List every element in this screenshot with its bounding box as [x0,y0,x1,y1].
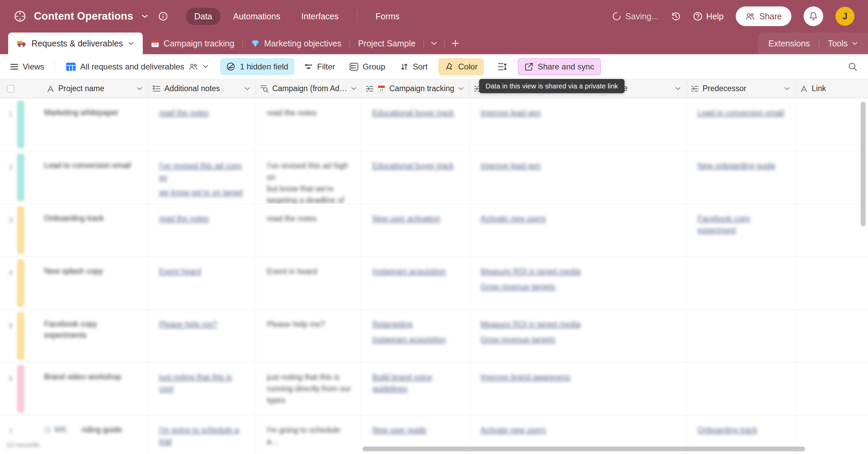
cell-additional-notes[interactable]: just noting that this is cool [148,363,256,415]
cell-obscured-column[interactable]: Improve lead gen [470,151,687,204]
column-header-project-name[interactable]: Project name [0,79,148,98]
column-header-predecessor[interactable]: Predecessor [687,79,796,98]
cell-obscured-column[interactable]: Improve lead gen [470,98,687,151]
tab-campaign-tracking[interactable]: 17 Campaign tracking [143,33,242,54]
share-and-sync-button[interactable]: Share and sync [518,58,601,75]
tab-project-sample[interactable]: Project Sample [350,33,424,54]
avatar[interactable]: J [835,7,854,26]
table-row[interactable]: 4 New splash copy Event heard Event in h… [0,257,868,310]
tab-requests-deliverables[interactable]: Requests & deliverables [8,33,143,54]
tab-marketing-objectives[interactable]: Marketing objectives [243,33,350,54]
sort-button[interactable]: Sort [400,62,428,71]
cell-link[interactable] [796,151,868,204]
color-button[interactable]: Color [438,58,484,75]
cell-additional-notes[interactable]: I've revised this ad copy sowe know we'r… [148,151,256,204]
cell-predecessor[interactable] [687,257,796,309]
cell-additional-notes[interactable]: read the notes [148,98,256,151]
filter-button[interactable]: Filter [304,62,335,71]
text-field-icon [46,85,55,92]
cell-additional-notes[interactable]: I'm going to schedule a trial [148,415,256,454]
extensions-button[interactable]: Extensions [768,39,810,48]
chevron-down-icon[interactable] [351,87,357,91]
cell-project-name[interactable]: 1 Marketing whitepaper [0,98,148,151]
chevron-down-icon[interactable] [675,87,681,91]
nav-item-forms[interactable]: Forms [368,8,408,25]
cell-campaign-from[interactable]: I'm going to schedule a… [256,415,361,454]
cell-link[interactable] [796,257,868,309]
cell-campaign-from[interactable]: read the notes [256,98,361,151]
cell-additional-notes[interactable]: read the notes [148,204,256,256]
column-header-campaign-from[interactable]: Campaign (from Ad… [256,79,361,98]
tools-button[interactable]: Tools [828,39,858,48]
search-button[interactable] [848,62,858,72]
chevron-down-icon[interactable] [458,87,464,91]
column-header-campaign-tracking[interactable]: 17 Campaign tracking [361,79,470,98]
info-icon[interactable] [158,12,168,21]
table-row[interactable]: 6 Brand video workshop just noting that … [0,363,868,415]
cell-campaign-tracking[interactable]: Educational buyer track [361,151,470,204]
help-button[interactable]: Help [693,12,724,21]
chevron-down-icon[interactable] [141,14,148,19]
cell-link[interactable] [796,98,868,151]
add-table-button[interactable] [445,33,466,54]
cell-additional-notes[interactable]: Please help me? [148,310,256,362]
cell-project-name[interactable]: 3 Onboarding track [0,204,148,256]
hidden-fields-button[interactable]: 1 hidden field [220,58,294,75]
cell-predecessor[interactable] [687,310,796,362]
horizontal-scrollbar[interactable] [362,447,805,451]
nav-item-automations[interactable]: Automations [225,8,289,25]
select-all-checkbox[interactable] [7,85,14,92]
cell-campaign-from[interactable]: Please help me? [256,310,361,362]
column-header-additional-notes[interactable]: Additional notes [148,79,256,98]
cell-campaign-tracking[interactable]: RetargetingInstagram acquisition [361,310,470,362]
view-switcher[interactable]: All requests and deliverables [66,62,209,71]
cell-obscured-column[interactable]: Improve brand awareness [470,363,687,415]
cell-additional-notes[interactable]: Event heard [148,257,256,309]
notifications-button[interactable] [804,6,823,26]
cell-project-name[interactable]: 5 Facebook copyexperiments [0,310,148,362]
cell-predecessor[interactable]: Lead to conversion email [687,98,796,151]
cell-obscured-column[interactable]: Measure ROI in target mediaGrow revenue … [470,310,687,362]
cell-project-name[interactable]: 2 Lead to conversion email [0,151,148,204]
column-header-link[interactable]: Link [796,79,868,98]
project-name-text: New splash copy [44,266,103,277]
chevron-down-icon[interactable] [784,87,790,91]
cell-predecessor[interactable]: Facebook copy experiment [687,204,796,256]
nav-item-data[interactable]: Data [186,8,220,25]
chevron-down-icon[interactable] [128,41,134,45]
cell-link[interactable] [796,415,868,454]
group-button[interactable]: Group [350,62,386,71]
cell-campaign-from[interactable]: I've revised this ad high onbut know tha… [256,151,361,204]
cell-project-name[interactable]: 6 Brand video workshop [0,363,148,415]
cell-campaign-from[interactable]: Event in heard [256,257,361,309]
cell-campaign-tracking[interactable]: New user activation [361,204,470,256]
cell-campaign-tracking[interactable]: Instagram acquisition [361,257,470,309]
nav-item-interfaces[interactable]: Interfaces [293,8,347,25]
table-row[interactable]: 1 Marketing whitepaper read the notes re… [0,98,868,151]
cell-campaign-tracking[interactable]: Educational buyer track [361,98,470,151]
table-row[interactable]: 5 Facebook copyexperiments Please help m… [0,310,868,363]
chevron-down-icon[interactable] [137,87,142,91]
cell-predecessor[interactable]: New onboarding guide [687,151,796,204]
cell-link[interactable] [796,310,868,362]
workspace-brand[interactable]: Content Operations [14,10,168,23]
cell-link[interactable] [796,204,868,256]
row-height-button[interactable] [497,62,507,71]
table-row[interactable]: 2 Lead to conversion email I've revised … [0,151,868,204]
cell-project-name[interactable]: 4 New splash copy [0,257,148,309]
cell-obscured-column[interactable]: Measure ROI in target mediaGrow revenue … [470,257,687,309]
cell-obscured-column[interactable]: Activate new users [470,204,687,256]
tab-list-chevron[interactable] [424,33,444,54]
vertical-scrollbar[interactable] [861,102,866,226]
cell-campaign-from[interactable]: read the notes [256,204,361,256]
share-button[interactable]: Share [736,6,791,26]
table-row[interactable]: 3 Onboarding track read the notes read t… [0,204,868,257]
views-button[interactable]: Views [10,62,44,71]
chevron-down-icon[interactable] [244,87,250,91]
cell-campaign-tracking[interactable]: Build brand voice guidelines [361,363,470,415]
cell-predecessor[interactable] [687,363,796,415]
cell-link[interactable] [796,363,868,415]
history-icon[interactable] [671,11,681,21]
cell-campaign-from[interactable]: just noting that this isrunning directly… [256,363,361,415]
row-color-stripe [17,312,24,360]
